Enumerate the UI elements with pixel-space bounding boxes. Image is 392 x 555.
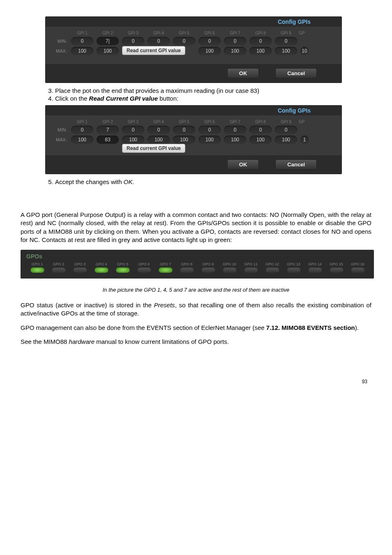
- gpi-min-input[interactable]: 0: [173, 126, 195, 134]
- dialog-title: Config GPIs: [46, 17, 341, 27]
- gpo-label: GPO 11: [241, 262, 261, 266]
- gpo-label: GPO 5: [113, 262, 133, 266]
- page-number: 93: [21, 379, 371, 385]
- gpo-item[interactable]: GPO 8: [177, 262, 197, 273]
- config-gpis-dialog-2: Config GPIs GPI 1 GPI 2 GPI 3 GPI 4 GPI …: [45, 105, 342, 174]
- gpi-max-input[interactable]: 100: [224, 47, 246, 55]
- gpo-item[interactable]: GPO 11: [241, 262, 261, 273]
- gpo-label: GPO 12: [262, 262, 282, 266]
- gpi-min-input[interactable]: 0: [198, 126, 221, 134]
- gpo-item[interactable]: GPO 5: [113, 262, 133, 273]
- gpo-led-icon[interactable]: [180, 267, 194, 273]
- gpi-max-input[interactable]: 100: [122, 136, 144, 144]
- gpi-header: GPI 9: [273, 31, 299, 35]
- cancel-button[interactable]: Cancel: [275, 159, 317, 170]
- gpo-led-icon[interactable]: [73, 267, 87, 273]
- gpi-max-input[interactable]: 100: [173, 136, 195, 144]
- gpo-led-icon[interactable]: [330, 267, 344, 273]
- gpo-label: GPO 3: [70, 262, 90, 266]
- gpo-label: GPO 1: [27, 262, 47, 266]
- gpi-header: GPI 5: [171, 120, 197, 124]
- gpo-led-icon[interactable]: [287, 267, 301, 273]
- gpo-led-icon[interactable]: [265, 267, 279, 273]
- gpi-max-input[interactable]: 100: [71, 47, 93, 55]
- gpo-led-icon[interactable]: [30, 267, 44, 273]
- cancel-button[interactable]: Cancel: [275, 68, 317, 78]
- gpo-led-icon[interactable]: [223, 267, 237, 273]
- step-5: Accept the changes with OK.: [55, 178, 371, 185]
- gpo-item[interactable]: GPO 12: [262, 262, 282, 273]
- gpi-min-input[interactable]: 0: [249, 126, 272, 134]
- gpi-max-input[interactable]: 100: [224, 136, 246, 144]
- gpo-item[interactable]: GPO 10: [219, 262, 240, 273]
- gpo-item[interactable]: GPO 7: [155, 262, 175, 273]
- gpi-max-input[interactable]: 1: [300, 136, 309, 144]
- gpo-item[interactable]: GPO 2: [48, 262, 69, 273]
- gpo-label: GPO 16: [348, 262, 368, 266]
- gpi-min-input[interactable]: 0: [122, 126, 144, 134]
- read-current-gpi-button[interactable]: Read current GPI value: [122, 144, 185, 153]
- gpo-label: GPO 13: [284, 262, 304, 266]
- gpo-item[interactable]: GPO 16: [348, 262, 368, 273]
- gpo-item[interactable]: GPO 15: [326, 262, 346, 273]
- gpi-header: GPI 2: [95, 31, 120, 35]
- gpo-item[interactable]: GPO 6: [134, 262, 154, 273]
- gpi-max-input[interactable]: 83: [97, 136, 119, 144]
- gpo-title: GPOs: [25, 252, 370, 262]
- ok-button[interactable]: OK: [227, 159, 259, 170]
- gpi-header: GPI 8: [248, 31, 273, 35]
- gpi-max-input[interactable]: 100: [275, 47, 297, 55]
- gpo-led-icon[interactable]: [52, 267, 66, 273]
- gpo-led-icon[interactable]: [159, 267, 173, 273]
- gpo-item[interactable]: GPO 9: [198, 262, 218, 273]
- gpi-max-input[interactable]: 100: [71, 136, 93, 144]
- gpo-item[interactable]: GPO 13: [284, 262, 304, 273]
- gpi-min-input[interactable]: 0: [275, 37, 297, 45]
- gpo-item[interactable]: GPO 3: [70, 262, 90, 273]
- gpo-label: GPO 10: [219, 262, 240, 266]
- gpi-header: GPI 4: [146, 31, 171, 35]
- gpi-min-input[interactable]: 0: [148, 37, 170, 45]
- gpi-header: GPI 3: [120, 31, 146, 35]
- gpi-min-input[interactable]: 0: [275, 126, 297, 134]
- gpi-max-input[interactable]: 100: [275, 136, 297, 144]
- gpo-label: GPO 8: [177, 262, 197, 266]
- gpi-max-input[interactable]: 100: [198, 47, 221, 55]
- gpi-min-input[interactable]: 0: [173, 37, 195, 45]
- gpi-min-input[interactable]: 0: [224, 37, 246, 45]
- gpi-min-input[interactable]: 0: [122, 37, 144, 45]
- gpo-led-icon[interactable]: [201, 267, 215, 273]
- gpo-item[interactable]: GPO 4: [91, 262, 111, 273]
- gpo-led-icon[interactable]: [308, 267, 322, 273]
- gpi-min-input[interactable]: 7|: [97, 37, 119, 45]
- min-label: MIN.: [49, 39, 69, 44]
- gpi-max-input[interactable]: 10: [300, 47, 309, 55]
- gpo-led-icon[interactable]: [116, 267, 130, 273]
- step-4: Click on the Read Current GPI value butt…: [55, 95, 371, 102]
- gpo-item[interactable]: GPO 1: [27, 262, 47, 273]
- gpo-led-icon[interactable]: [351, 267, 365, 273]
- gpi-max-input[interactable]: 100: [249, 47, 272, 55]
- gpi-min-input[interactable]: 0: [71, 126, 93, 134]
- gpi-header: GPI 3: [120, 120, 146, 124]
- gpo-led-icon[interactable]: [137, 267, 151, 273]
- gpi-min-input[interactable]: 0: [224, 126, 246, 134]
- gpi-max-input[interactable]: 100: [148, 136, 170, 144]
- gpi-min-input[interactable]: 0: [148, 126, 170, 134]
- dialog-title-text: Config GPIs: [259, 107, 341, 114]
- gpi-header: GPI 7: [222, 31, 248, 35]
- config-gpis-dialog-1: Config GPIs GPI 1 GPI 2 GPI 3 GPI 4 GPI …: [45, 16, 342, 83]
- read-current-gpi-button[interactable]: Read current GPI value: [122, 46, 185, 55]
- gpi-min-input[interactable]: 0: [71, 37, 93, 45]
- gpi-min-input[interactable]: 0: [249, 37, 272, 45]
- gpo-led-icon[interactable]: [244, 267, 258, 273]
- gpi-header: GPI 6: [197, 31, 222, 35]
- gpi-max-input[interactable]: 100: [198, 136, 221, 144]
- ok-button[interactable]: OK: [227, 68, 259, 78]
- gpo-led-icon[interactable]: [95, 267, 108, 273]
- gpi-min-input[interactable]: 0: [198, 37, 221, 45]
- gpi-max-input[interactable]: 100: [249, 136, 272, 144]
- gpi-max-input[interactable]: 100: [97, 47, 119, 55]
- gpo-item[interactable]: GPO 14: [305, 262, 325, 273]
- gpi-min-input[interactable]: 7: [97, 126, 119, 134]
